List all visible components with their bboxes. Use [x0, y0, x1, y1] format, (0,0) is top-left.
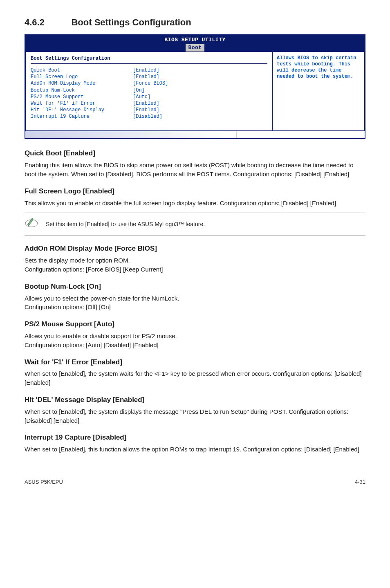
bios-setting-row: PS/2 Mouse Support[Auto]	[31, 94, 267, 100]
setting-description: Sets the display mode for option ROM. Co…	[25, 256, 365, 274]
note-text: Set this item to [Enabled] to use the AS…	[46, 220, 205, 228]
bios-setting-label: Full Screen Logo	[31, 74, 133, 80]
note-box: Set this item to [Enabled] to use the AS…	[25, 213, 365, 236]
bios-setting-label: PS/2 Mouse Support	[31, 94, 133, 100]
bios-setting-row: Quick Boot[Enabled]	[31, 67, 267, 74]
setting-heading: AddOn ROM Display Mode [Force BIOS]	[25, 244, 365, 254]
setting-heading: Full Screen Logo [Enabled]	[25, 187, 365, 196]
bios-header-title: BIOS SETUP UTILITY	[164, 37, 225, 43]
bios-setting-value: [Force BIOS]	[133, 80, 168, 87]
bios-setting-value: [Auto]	[133, 94, 150, 100]
setting-heading: PS/2 Mouse Support [Auto]	[25, 320, 365, 329]
setting-heading: Bootup Num-Lock [On]	[25, 282, 365, 292]
setting-heading: Hit 'DEL' Message Display [Enabled]	[25, 395, 365, 405]
bios-setting-value: [Disabled]	[133, 113, 162, 120]
bios-header: BIOS SETUP UTILITY Boot	[25, 35, 365, 52]
bios-setting-label: Wait for 'F1' if Error	[31, 100, 133, 107]
bios-left-panel: Boot Settings Configuration Quick Boot[E…	[25, 52, 273, 131]
setting-description: When set to [Enabled], the system waits …	[25, 369, 365, 387]
bios-setting-value: [Enabled]	[133, 67, 159, 74]
bios-setting-label: Interrupt 19 Capture	[31, 113, 133, 120]
setting-description: When set to [Enabled], this function all…	[25, 445, 365, 454]
footer-right: 4-31	[355, 478, 365, 486]
bios-setting-row: Full Screen Logo[Enabled]	[31, 74, 267, 80]
setting-heading: Quick Boot [Enabled]	[25, 149, 365, 158]
bios-help-panel: Allows BIOS to skip certain tests while …	[273, 52, 365, 131]
bios-setting-row: Bootup Num-Lock[On]	[31, 87, 267, 94]
bios-setting-label: Bootup Num-Lock	[31, 87, 133, 94]
setting-heading: Interrupt 19 Capture [Disabled]	[25, 433, 365, 442]
setting-description: This allows you to enable or disable the…	[25, 199, 365, 208]
bios-setting-value: [Enabled]	[133, 100, 159, 107]
setting-description: When set to [Enabled], the system displa…	[25, 407, 365, 425]
bios-setting-row: AddOn ROM Display Mode[Force BIOS]	[31, 80, 267, 87]
bios-screenshot: BIOS SETUP UTILITY Boot Boot Settings Co…	[25, 34, 365, 139]
setting-description: Allows you to enable or disable support …	[25, 332, 365, 350]
bios-setting-label: Hit 'DEL' Message Display	[31, 107, 133, 113]
bios-setting-row: Wait for 'F1' if Error[Enabled]	[31, 100, 267, 107]
bios-setting-value: [Enabled]	[133, 107, 159, 113]
bios-setting-label: AddOn ROM Display Mode	[31, 80, 133, 87]
bios-setting-row: Hit 'DEL' Message Display[Enabled]	[31, 107, 267, 113]
setting-description: Allows you to select the power-on state …	[25, 294, 365, 312]
bios-setting-value: [On]	[133, 87, 145, 94]
bios-decorative-curve	[25, 131, 365, 138]
note-icon	[25, 216, 38, 233]
bios-tab-boot: Boot	[186, 44, 204, 52]
footer-left: ASUS P5K/EPU	[25, 478, 63, 486]
svg-rect-1	[27, 218, 34, 226]
section-number: 4.6.2	[25, 16, 69, 29]
setting-heading: Wait for 'F1' If Error [Enabled]	[25, 358, 365, 367]
bios-panel-title: Boot Settings Configuration	[31, 55, 267, 62]
section-title: Boot Settings Configuration	[71, 17, 191, 27]
section-header: 4.6.2 Boot Settings Configuration	[25, 16, 365, 29]
page-footer: ASUS P5K/EPU 4-31	[25, 478, 365, 486]
bios-setting-label: Quick Boot	[31, 67, 133, 74]
bios-setting-row: Interrupt 19 Capture[Disabled]	[31, 113, 267, 120]
setting-description: Enabling this item allows the BIOS to sk…	[25, 161, 365, 179]
bios-setting-value: [Enabled]	[133, 74, 159, 80]
